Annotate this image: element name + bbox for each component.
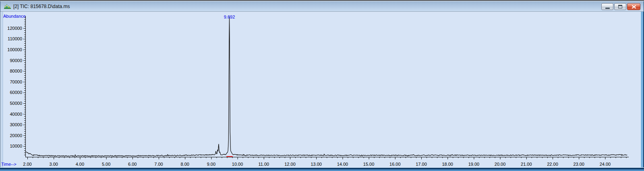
- svg-text:19.00: 19.00: [468, 162, 480, 167]
- svg-text:11.00: 11.00: [258, 162, 269, 167]
- svg-text:14.00: 14.00: [337, 162, 348, 167]
- chart-area[interactable]: 1000020000300004000050000600007000080000…: [3, 12, 640, 167]
- svg-text:10.00: 10.00: [232, 162, 243, 167]
- svg-text:18.00: 18.00: [442, 162, 453, 167]
- tic-trace: [25, 17, 627, 156]
- svg-text:60000: 60000: [10, 90, 22, 95]
- svg-text:15.00: 15.00: [363, 162, 375, 167]
- minimize-button[interactable]: [601, 3, 613, 10]
- svg-text:70000: 70000: [10, 79, 22, 84]
- svg-text:9.00: 9.00: [207, 162, 215, 167]
- svg-text:10000: 10000: [10, 144, 22, 148]
- svg-text:6.00: 6.00: [128, 162, 137, 167]
- svg-text:20.00: 20.00: [495, 162, 506, 167]
- window-title: [2] TIC: 815678.D\data.ms: [13, 3, 70, 10]
- svg-text:100000: 100000: [7, 47, 22, 52]
- svg-text:50000: 50000: [10, 101, 22, 106]
- close-icon: [632, 5, 636, 8]
- svg-text:20000: 20000: [10, 133, 22, 138]
- close-button[interactable]: [627, 3, 640, 10]
- tick-marks: [23, 18, 626, 159]
- svg-text:120000: 120000: [7, 26, 22, 31]
- svg-text:13.00: 13.00: [311, 162, 322, 167]
- x-axis-title: Time-->: [1, 162, 17, 167]
- svg-text:40000: 40000: [10, 112, 22, 117]
- tick-labels: 1000020000300004000050000600007000080000…: [7, 26, 611, 167]
- peak-label: 9.692: [224, 15, 235, 19]
- svg-text:7.00: 7.00: [154, 162, 163, 167]
- svg-text:5.00: 5.00: [102, 162, 110, 167]
- window-controls: [601, 3, 640, 10]
- svg-text:22.00: 22.00: [547, 162, 558, 167]
- maximize-button[interactable]: [614, 3, 626, 10]
- svg-text:80000: 80000: [10, 69, 22, 73]
- svg-text:2.00: 2.00: [23, 162, 31, 167]
- svg-text:90000: 90000: [10, 58, 22, 63]
- svg-text:30000: 30000: [10, 122, 22, 127]
- window-border-right: [640, 1, 644, 167]
- svg-text:8.00: 8.00: [180, 162, 189, 167]
- svg-text:17.00: 17.00: [416, 162, 427, 167]
- axes: [25, 16, 629, 157]
- maximize-icon: [618, 5, 622, 8]
- svg-text:24.00: 24.00: [600, 162, 611, 167]
- window-border-left: [0, 1, 3, 167]
- minimize-icon: [605, 8, 610, 9]
- svg-text:21.00: 21.00: [521, 162, 532, 167]
- svg-text:3.00: 3.00: [49, 162, 58, 167]
- window-border-bottom: [0, 167, 644, 171]
- svg-text:16.00: 16.00: [389, 162, 401, 167]
- svg-text:23.00: 23.00: [573, 162, 584, 167]
- title-bar[interactable]: [2] TIC: 815678.D\data.ms: [0, 1, 644, 12]
- svg-text:110000: 110000: [8, 36, 22, 41]
- svg-text:4.00: 4.00: [76, 162, 84, 167]
- y-axis-title: Abundance: [3, 14, 26, 19]
- chromatogram-icon: [4, 3, 11, 10]
- chromatogram-window: [2] TIC: 815678.D\data.ms 10000200003000…: [0, 0, 644, 171]
- svg-text:12.00: 12.00: [284, 162, 296, 167]
- tic-chromatogram-plot[interactable]: 1000020000300004000050000600007000080000…: [3, 12, 640, 167]
